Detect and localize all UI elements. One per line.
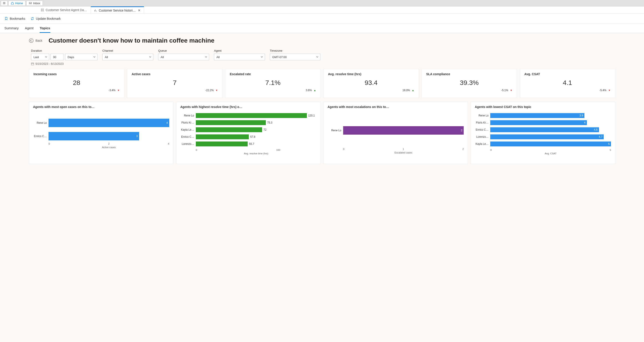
svg-point-4	[29, 39, 33, 43]
chart-open-bars: Rene Lo 4 Enrico C… 3	[33, 113, 169, 141]
svg-rect-2	[41, 11, 42, 11]
bookmarks-label: Bookmarks	[10, 17, 25, 20]
chevron-down-icon	[316, 56, 318, 58]
duration-mode-select[interactable]: Last	[31, 54, 49, 60]
channel-label: Channel	[102, 49, 153, 52]
tab-dashboard[interactable]: Customer Service Agent Dash…	[38, 7, 91, 14]
kpi-avg-resolve[interactable]: Avg. resolve time (hrs) 93.4 18.0%▲	[324, 69, 419, 98]
tab-agent[interactable]: Agent	[25, 26, 34, 33]
kpi-incoming-cases[interactable]: Incoming cases 28 -3.4%▼	[29, 69, 124, 98]
trend-up-icon: ▲	[314, 89, 316, 92]
timezone-label: Timezone	[270, 49, 320, 52]
chart-csat[interactable]: Agents with lowest CSAT on this topic Re…	[470, 102, 615, 164]
svg-rect-5	[32, 63, 34, 65]
x-axis: 0 5	[490, 149, 611, 151]
grid-icon	[41, 9, 44, 12]
update-bookmark-button[interactable]: Update Bookmark	[30, 17, 61, 20]
close-icon[interactable]: ✕	[138, 9, 141, 13]
refresh-icon	[30, 17, 34, 20]
kpi-active-cases[interactable]: Active cases 7 -22.2%▼	[127, 69, 222, 98]
tab-summary[interactable]: Summary	[4, 26, 18, 33]
back-arrow-icon	[29, 38, 34, 43]
tab-historical[interactable]: Customer Service historica… ✕	[91, 7, 144, 14]
queue-select[interactable]: All	[158, 54, 209, 60]
home-icon	[11, 2, 14, 5]
bookmarks-button[interactable]: Bookmarks	[4, 17, 25, 20]
inbox-icon	[29, 2, 32, 5]
trend-up-icon: ▲	[412, 89, 414, 92]
chevron-down-icon	[205, 56, 207, 58]
inbox-button[interactable]: Inbox	[26, 1, 43, 6]
svg-rect-1	[43, 9, 44, 10]
hamburger-icon	[3, 2, 6, 5]
page-title: Customer doesn't know how to maintain co…	[48, 37, 214, 44]
date-range: 5/15/2023 - 6/13/2023	[31, 62, 615, 65]
report-content: Back Customer doesn't know how to mainta…	[0, 33, 644, 173]
chart-resolve-bars: Rene Lo120.1 Floris Kr…75.3 Kayla Le…72 …	[180, 113, 316, 147]
home-button[interactable]: Home	[8, 1, 26, 6]
x-axis: 0 1 2	[343, 148, 464, 150]
kpi-escalated-rate[interactable]: Escalated rate 7.1% 3.6%▲	[225, 69, 320, 98]
bar-row: Enrico C… 3	[33, 132, 169, 141]
update-bookmark-label: Update Bookmark	[36, 17, 61, 20]
chart-escalations[interactable]: Agents with most escalations on this to……	[324, 102, 468, 164]
chart-esc-bars: Rene Lo2	[328, 113, 464, 135]
tab-topics[interactable]: Topics	[40, 26, 50, 33]
bookmarks-icon	[4, 17, 8, 20]
chart-open-cases[interactable]: Agents with most open cases on this to… …	[29, 102, 174, 164]
global-toolbar: Home Inbox	[0, 0, 644, 7]
svg-rect-3	[43, 11, 44, 11]
tab-dashboard-label: Customer Service Agent Dash…	[46, 8, 88, 12]
trend-down-icon: ▼	[510, 89, 512, 92]
duration-unit-select[interactable]: Days	[65, 54, 98, 60]
calendar-icon	[31, 62, 34, 65]
report-tabs: Summary Agent Topics	[0, 24, 644, 33]
x-axis: 0 100	[196, 149, 316, 151]
duration-count-input[interactable]: 30	[50, 54, 64, 60]
hamburger-button[interactable]	[1, 1, 8, 6]
queue-label: Queue	[158, 49, 209, 52]
inbox-label: Inbox	[33, 2, 40, 5]
command-bar: Bookmarks Update Bookmark	[0, 14, 644, 24]
bar-row: Rene Lo 4	[33, 118, 169, 127]
duration-label: Duration	[31, 49, 98, 52]
timezone-select[interactable]: GMT-07:00	[270, 54, 320, 60]
x-axis: 0 2 4	[48, 142, 169, 145]
trend-down-icon: ▼	[608, 89, 610, 92]
home-label: Home	[15, 2, 23, 5]
trend-down-icon: ▼	[117, 89, 120, 92]
kpi-sla[interactable]: SLA compliance 39.3% -5.1%▼	[422, 69, 517, 98]
chart-resolve-time[interactable]: Agents with highest resolve time (hrs) o…	[176, 102, 321, 164]
agent-label: Agent	[214, 49, 265, 52]
agent-select[interactable]: All	[214, 54, 265, 60]
svg-rect-0	[41, 9, 42, 10]
kpi-csat[interactable]: Avg. CSAT 4.1 -5.4%▼	[520, 69, 615, 98]
tab-historical-label: Customer Service historica…	[99, 9, 136, 12]
filter-bar: Duration Last 30 Days Channel All	[31, 49, 615, 60]
chevron-down-icon	[149, 56, 151, 58]
chart-icon	[94, 9, 97, 12]
back-button[interactable]: Back	[29, 38, 42, 43]
chevron-down-icon	[261, 56, 263, 58]
chevron-down-icon	[93, 56, 96, 58]
chevron-down-icon	[45, 56, 47, 58]
trend-down-icon: ▼	[215, 89, 218, 92]
chart-csat-bars: Rene Lo3.9 Floris Kr…4 Enrico C…4.5 Lore…	[475, 113, 611, 147]
channel-select[interactable]: All	[102, 54, 153, 60]
back-label: Back	[36, 39, 42, 42]
workspace-tabs: Customer Service Agent Dash… Customer Se…	[0, 7, 644, 14]
kpi-row: Incoming cases 28 -3.4%▼ Active cases 7 …	[29, 69, 615, 98]
chart-row: Agents with most open cases on this to… …	[29, 102, 615, 164]
